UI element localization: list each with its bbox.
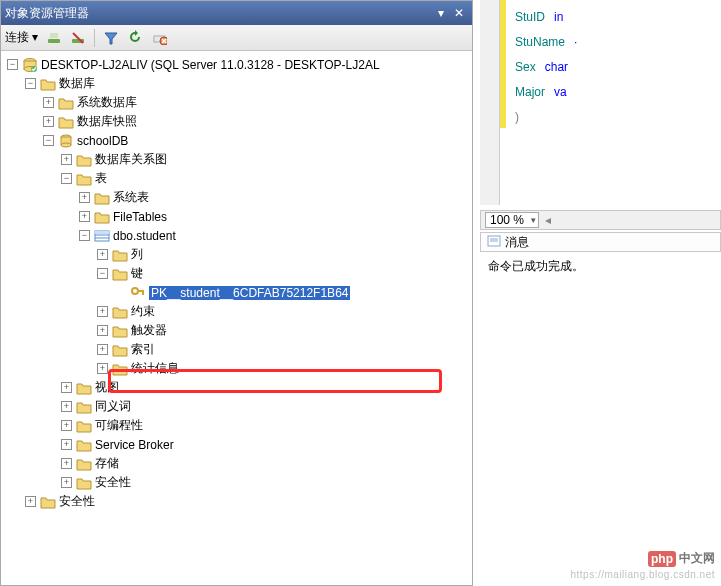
pin-icon[interactable]: ▾ — [432, 4, 450, 22]
expand-toggle[interactable]: − — [7, 59, 18, 70]
node-label: 数据库关系图 — [95, 151, 167, 168]
folder-icon — [76, 456, 92, 472]
expand-toggle[interactable]: + — [97, 344, 108, 355]
node-label: 索引 — [131, 341, 155, 358]
expand-toggle[interactable]: + — [25, 496, 36, 507]
folder-icon — [76, 399, 92, 415]
schooldb-node[interactable]: − schoolDB — [3, 131, 470, 150]
servicebroker-node[interactable]: + Service Broker — [3, 435, 470, 454]
folder-icon — [40, 494, 56, 510]
columns-node[interactable]: + 列 — [3, 245, 470, 264]
tables-node[interactable]: − 表 — [3, 169, 470, 188]
keys-node[interactable]: − 键 — [3, 264, 470, 283]
systables-node[interactable]: + 系统表 — [3, 188, 470, 207]
folder-icon — [112, 266, 128, 282]
key-icon — [130, 285, 146, 301]
folder-icon — [76, 418, 92, 434]
security2-node[interactable]: + 安全性 — [3, 492, 470, 511]
svg-point-15 — [61, 143, 71, 147]
folder-icon — [76, 171, 92, 187]
views-node[interactable]: + 视图 — [3, 378, 470, 397]
svg-rect-19 — [95, 231, 109, 234]
node-label: 系统数据库 — [77, 94, 137, 111]
filetables-node[interactable]: + FileTables — [3, 207, 470, 226]
expand-toggle[interactable]: + — [43, 97, 54, 108]
disconnect-icon[interactable] — [68, 28, 88, 48]
panel-title-bar: 对象资源管理器 ▾ ✕ — [1, 1, 472, 25]
node-label: 存储 — [95, 455, 119, 472]
messages-tab[interactable]: 消息 — [480, 232, 721, 252]
pk-node[interactable]: PK__student__6CDFAB75212F1B64 — [3, 283, 470, 302]
expand-toggle[interactable]: + — [79, 192, 90, 203]
node-label: 视图 — [95, 379, 119, 396]
security-node[interactable]: + 安全性 — [3, 473, 470, 492]
database-icon — [58, 133, 74, 149]
node-label: 列 — [131, 246, 143, 263]
filter-icon[interactable] — [101, 28, 121, 48]
zoom-bar: 100 % ◂ — [480, 210, 721, 230]
close-icon[interactable]: ✕ — [450, 4, 468, 22]
synonyms-node[interactable]: + 同义词 — [3, 397, 470, 416]
editor-gutter — [480, 0, 500, 205]
expand-toggle[interactable]: + — [97, 363, 108, 374]
databases-node[interactable]: − 数据库 — [3, 74, 470, 93]
expand-toggle[interactable]: + — [79, 211, 90, 222]
expand-toggle[interactable]: − — [25, 78, 36, 89]
zoom-dropdown[interactable]: 100 % — [485, 212, 539, 228]
node-label: 安全性 — [95, 474, 131, 491]
expand-toggle[interactable]: + — [61, 420, 72, 431]
folder-icon — [112, 247, 128, 263]
refresh-icon[interactable] — [125, 28, 145, 48]
svg-rect-0 — [48, 39, 60, 43]
expand-toggle[interactable]: + — [61, 458, 72, 469]
folder-icon — [58, 95, 74, 111]
expand-toggle[interactable]: + — [97, 249, 108, 260]
folder-icon — [76, 152, 92, 168]
expand-toggle[interactable]: − — [43, 135, 54, 146]
folder-icon — [112, 323, 128, 339]
svg-marker-4 — [105, 33, 117, 44]
connect-icon[interactable] — [44, 28, 64, 48]
expand-toggle[interactable]: + — [61, 439, 72, 450]
server-node[interactable]: − DESKTOP-LJ2ALIV (SQL Server 11.0.3128 … — [3, 55, 470, 74]
folder-icon — [94, 209, 110, 225]
folder-icon — [76, 437, 92, 453]
diagrams-node[interactable]: + 数据库关系图 — [3, 150, 470, 169]
dbostudent-node[interactable]: − dbo.student — [3, 226, 470, 245]
node-label: 系统表 — [113, 189, 149, 206]
messages-body: 命令已成功完成。 — [480, 252, 721, 281]
expand-toggle[interactable]: + — [97, 325, 108, 336]
pk-label: PK__student__6CDFAB75212F1B64 — [149, 286, 350, 300]
expand-toggle[interactable]: + — [61, 401, 72, 412]
expand-toggle[interactable]: + — [43, 116, 54, 127]
csdn-watermark: https://mailiang.blog.csdn.net — [570, 569, 715, 580]
indexes-node[interactable]: + 索引 — [3, 340, 470, 359]
storage-node[interactable]: + 存储 — [3, 454, 470, 473]
stop-icon[interactable] — [149, 28, 169, 48]
stats-node[interactable]: + 统计信息 — [3, 359, 470, 378]
expand-toggle[interactable]: − — [97, 268, 108, 279]
change-marker — [500, 0, 506, 128]
expand-toggle[interactable]: + — [61, 154, 72, 165]
sysdb-node[interactable]: + 系统数据库 — [3, 93, 470, 112]
table-icon — [94, 228, 110, 244]
node-label: 键 — [131, 265, 143, 282]
expand-toggle[interactable]: − — [79, 230, 90, 241]
node-label: 数据库快照 — [77, 113, 137, 130]
connect-dropdown[interactable]: 连接 ▾ — [5, 29, 38, 46]
programmability-node[interactable]: + 可编程性 — [3, 416, 470, 435]
tree-view[interactable]: − DESKTOP-LJ2ALIV (SQL Server 11.0.3128 … — [1, 51, 472, 585]
node-label: Service Broker — [95, 438, 174, 452]
expand-toggle[interactable]: − — [61, 173, 72, 184]
php-logo: php 中文网 — [648, 550, 715, 567]
expand-toggle[interactable]: + — [61, 477, 72, 488]
panel-title: 对象资源管理器 — [5, 5, 432, 22]
triggers-node[interactable]: + 触发器 — [3, 321, 470, 340]
snapshot-node[interactable]: + 数据库快照 — [3, 112, 470, 131]
expand-toggle[interactable]: + — [61, 382, 72, 393]
expand-toggle[interactable]: + — [97, 306, 108, 317]
constraints-node[interactable]: + 约束 — [3, 302, 470, 321]
svg-rect-1 — [50, 33, 58, 38]
sql-editor[interactable]: StuID in StuName · Sex char Major va ) — [480, 0, 721, 205]
node-label: 数据库 — [59, 75, 95, 92]
